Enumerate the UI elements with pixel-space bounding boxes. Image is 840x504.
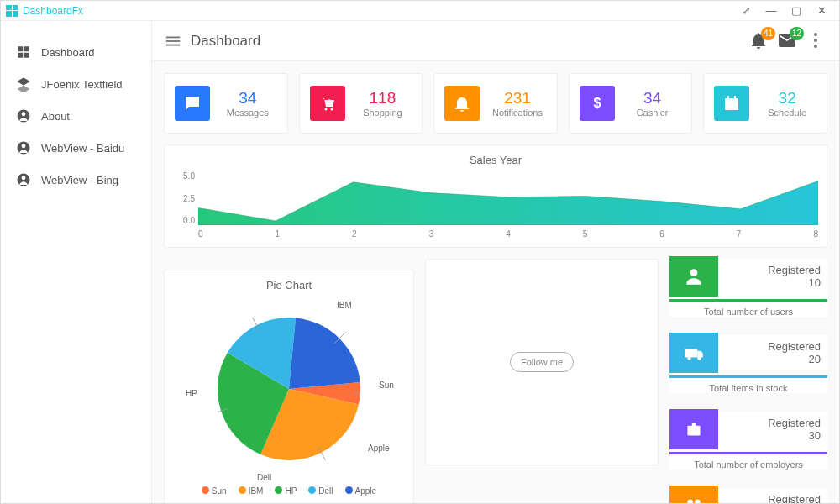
registered-title: Registered	[718, 340, 821, 353]
registered-title: Registered	[718, 493, 821, 503]
stat-card[interactable]: 118 Shopping	[299, 73, 423, 134]
registered-subtitle: Total items in stock	[669, 383, 827, 393]
stat-card[interactable]: 34 Messages	[164, 73, 288, 134]
registered-card[interactable]: Registered 30 Total number of employers	[669, 412, 827, 470]
pie-slice-label: Apple	[368, 444, 390, 453]
sidebar-item-dashboard[interactable]: Dashboard	[1, 36, 151, 68]
messages-button[interactable]: 12	[777, 30, 799, 52]
stat-card[interactable]: 231 Notifications	[433, 73, 558, 134]
stat-value: 231	[488, 89, 547, 108]
registered-value: 10	[718, 276, 821, 289]
svg-rect-16	[189, 100, 196, 102]
pie-slice-label: HP	[186, 389, 197, 398]
sidebar-item-webview-baidu[interactable]: WebView - Baidu	[1, 132, 151, 164]
pie-chart: SunIBMHPDellApple	[173, 297, 405, 481]
stat-label: Schedule	[758, 108, 816, 118]
registered-subtitle: Total number of employers	[669, 459, 827, 470]
registered-icon	[669, 256, 718, 297]
sidebar-item-label: Dashboard	[41, 46, 95, 59]
minimize-icon[interactable]: —	[759, 4, 784, 17]
stat-icon	[310, 86, 345, 121]
stat-value: 118	[354, 89, 412, 108]
legend-item: IBM	[239, 486, 264, 496]
main-scroll[interactable]: 34 Messages 118 Shopping 231 Notificatio…	[152, 61, 839, 503]
stat-label: Notifications	[488, 108, 547, 118]
sidebar: Dashboard JFoenix Textfield About WebVie…	[1, 21, 152, 503]
pie-slice-label: Dell	[257, 473, 271, 482]
maximize-icon[interactable]: ▢	[784, 4, 809, 17]
pie-chart-title: Pie Chart	[173, 279, 405, 291]
legend-item: Apple	[345, 486, 377, 496]
sales-year-chart	[198, 171, 818, 225]
app-title: DashboardFx	[23, 5, 83, 17]
svg-point-18	[324, 108, 327, 111]
stat-card[interactable]: 32 Schedule	[703, 73, 827, 134]
svg-point-15	[814, 45, 817, 48]
stat-label: Messages	[218, 108, 277, 118]
titlebar: DashboardFx ⤢ — ▢ ✕	[1, 1, 839, 21]
stat-icon	[175, 86, 210, 121]
pie-chart-panel: Pie Chart SunIBMHPDellApple SunIBMHPDell…	[164, 270, 414, 503]
stats-row: 34 Messages 118 Shopping 231 Notificatio…	[164, 73, 827, 134]
stat-card[interactable]: $ 34 Cashier	[569, 73, 693, 134]
page-title: Dashboard	[191, 33, 260, 50]
svg-rect-35	[687, 426, 700, 436]
svg-rect-12	[166, 44, 181, 45]
expand-icon[interactable]: ⤢	[733, 4, 759, 17]
registered-column: Registered 10 Total number of users Regi…	[669, 259, 827, 503]
svg-rect-10	[166, 36, 181, 38]
area-y-axis: 5.02.50.0	[173, 171, 195, 225]
registered-subtitle: Total number of users	[669, 307, 827, 317]
registered-card[interactable]: Registered 20 Total items in stock	[669, 335, 827, 393]
registered-value: 20	[718, 353, 821, 365]
overflow-button[interactable]	[806, 30, 827, 52]
registered-card[interactable]: Registered 10 Total number of users	[669, 259, 827, 317]
follow-button[interactable]: Follow me	[510, 352, 574, 372]
registered-icon	[669, 486, 718, 503]
svg-rect-23	[727, 96, 729, 100]
svg-point-14	[814, 39, 817, 42]
pie-legend: SunIBMHPDellApple	[173, 486, 405, 496]
svg-text:$: $	[593, 96, 601, 110]
person-icon	[16, 108, 31, 123]
stat-icon: $	[580, 86, 615, 121]
registered-underline	[669, 452, 827, 454]
registered-icon	[669, 409, 718, 449]
registered-icon	[669, 333, 718, 373]
sales-year-title: Sales Year	[173, 154, 818, 166]
svg-point-7	[22, 144, 26, 148]
sidebar-item-about[interactable]: About	[1, 100, 151, 132]
svg-rect-0	[18, 46, 23, 51]
legend-item: Dell	[308, 486, 333, 496]
sidebar-item-label: WebView - Baidu	[41, 142, 124, 155]
sidebar-item-label: About	[41, 110, 70, 123]
hamburger-icon[interactable]	[164, 32, 182, 50]
stat-icon	[444, 86, 480, 121]
sidebar-item-label: WebView - Bing	[41, 174, 118, 186]
notifications-button[interactable]: 41	[748, 30, 770, 52]
stat-value: 34	[218, 89, 277, 108]
stat-label: Shopping	[354, 108, 412, 118]
person-icon	[16, 172, 31, 187]
svg-rect-11	[166, 40, 181, 42]
svg-point-9	[22, 176, 26, 180]
stat-label: Cashier	[623, 108, 682, 118]
svg-point-25	[730, 104, 733, 108]
registered-underline	[669, 299, 827, 302]
stat-icon	[714, 86, 749, 121]
svg-rect-2	[18, 53, 23, 58]
registered-card[interactable]: Registered 40	[669, 488, 827, 503]
svg-point-13	[814, 33, 817, 36]
dashboard-icon	[16, 45, 31, 60]
more-vert-icon	[806, 30, 826, 50]
registered-title: Registered	[718, 264, 821, 276]
svg-point-37	[687, 499, 693, 503]
close-icon[interactable]: ✕	[809, 4, 834, 17]
svg-point-31	[690, 269, 698, 276]
sidebar-item-jfoenix[interactable]: JFoenix Textfield	[1, 68, 151, 100]
svg-point-38	[695, 499, 701, 503]
sidebar-item-webview-bing[interactable]: WebView - Bing	[1, 164, 151, 196]
svg-point-5	[22, 112, 26, 116]
svg-rect-3	[24, 53, 29, 58]
person-icon	[16, 140, 31, 155]
